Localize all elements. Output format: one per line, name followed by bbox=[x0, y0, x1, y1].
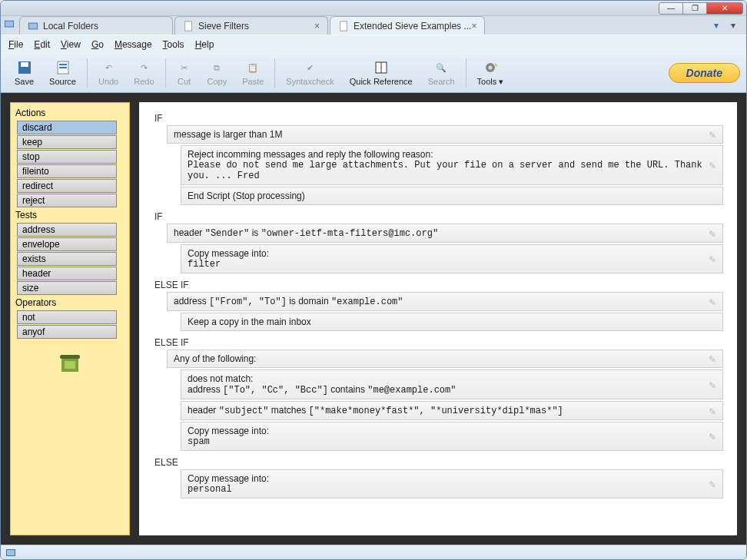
palette-reject[interactable]: reject bbox=[17, 194, 117, 207]
palette-keep[interactable]: keep bbox=[17, 135, 117, 149]
menu-file[interactable]: File bbox=[8, 39, 23, 50]
copy-icon: ⧉ bbox=[209, 60, 224, 75]
paste-button[interactable]: 📋 Paste bbox=[234, 55, 271, 91]
save-button[interactable]: Save bbox=[7, 55, 42, 91]
condition-row[interactable]: message is larger than 1M ✎ bbox=[167, 125, 723, 144]
actions-heading: Actions bbox=[14, 106, 126, 120]
palette-stop[interactable]: stop bbox=[17, 150, 117, 164]
status-icon bbox=[5, 548, 16, 558]
copy-button[interactable]: ⧉ Copy bbox=[200, 55, 235, 91]
window-close-button[interactable]: ✕ bbox=[706, 2, 743, 15]
redo-button[interactable]: ↷ Redo bbox=[126, 55, 161, 91]
cut-icon: ✂ bbox=[177, 60, 192, 75]
quick-reference-button[interactable]: Quick Reference bbox=[342, 55, 420, 91]
separator bbox=[87, 58, 88, 88]
edit-icon[interactable]: ✎ bbox=[709, 406, 718, 416]
search-icon: 🔍 bbox=[433, 60, 449, 75]
condition-row[interactable]: address ["From", "To"] is domain "exampl… bbox=[167, 292, 723, 311]
menu-help[interactable]: Help bbox=[195, 39, 214, 50]
save-icon bbox=[17, 60, 32, 75]
close-icon[interactable]: × bbox=[314, 21, 320, 31]
action-row[interactable]: Keep a copy in the main inbox bbox=[181, 313, 723, 331]
svg-rect-10 bbox=[59, 67, 67, 68]
palette-address[interactable]: address bbox=[17, 223, 117, 237]
palette-anyof[interactable]: anyof bbox=[17, 325, 117, 339]
menu-edit[interactable]: Edit bbox=[34, 39, 50, 50]
rule-editor[interactable]: IF message is larger than 1M ✎ Reject in… bbox=[139, 102, 737, 535]
tab-label: Local Folders bbox=[43, 21, 98, 31]
edit-icon[interactable]: ✎ bbox=[709, 229, 718, 238]
operators-heading: Operators bbox=[14, 296, 126, 310]
action-row[interactable]: Reject incomming messages and reply the … bbox=[181, 145, 723, 185]
tab-sieve-filters[interactable]: Sieve Filters × bbox=[174, 16, 328, 35]
tab-label: Extended Sieve Examples ... bbox=[354, 21, 471, 31]
palette-discard[interactable]: discard bbox=[17, 121, 117, 134]
palette-exists[interactable]: exists bbox=[17, 252, 117, 266]
menu-tools[interactable]: Tools bbox=[163, 39, 184, 50]
window-maximize-button[interactable]: ❐ bbox=[682, 2, 707, 15]
overflow-icon[interactable]: ▾ bbox=[714, 20, 719, 31]
palette-envelope[interactable]: envelope bbox=[17, 237, 117, 251]
svg-rect-20 bbox=[7, 550, 15, 555]
palette-fileinto[interactable]: fileinto bbox=[17, 164, 117, 178]
action-row[interactable]: End Script (Stop processing) bbox=[181, 187, 723, 205]
search-button[interactable]: 🔍 Search bbox=[420, 55, 463, 91]
gear-icon bbox=[483, 60, 498, 75]
menu-go[interactable]: Go bbox=[91, 39, 104, 50]
edit-icon[interactable]: ✎ bbox=[709, 354, 718, 363]
tabstrip: Local Folders Sieve Filters × Extended S… bbox=[1, 16, 746, 35]
cut-button[interactable]: ✂ Cut bbox=[169, 55, 200, 91]
edit-icon[interactable]: ✎ bbox=[709, 432, 718, 441]
edit-icon[interactable]: ✎ bbox=[709, 479, 718, 489]
action-row[interactable]: Copy message into: personal ✎ bbox=[181, 469, 723, 499]
menu-message[interactable]: Message bbox=[115, 39, 152, 50]
edit-icon[interactable]: ✎ bbox=[709, 130, 718, 139]
palette-size[interactable]: size bbox=[17, 281, 117, 295]
window-minimize-button[interactable]: — bbox=[659, 2, 683, 15]
edit-icon[interactable]: ✎ bbox=[709, 161, 718, 170]
edit-icon[interactable]: ✎ bbox=[709, 254, 718, 263]
svg-rect-7 bbox=[21, 62, 28, 67]
action-row[interactable]: Copy message into: spam ✎ bbox=[181, 422, 723, 451]
document-icon bbox=[183, 21, 194, 31]
paste-icon: 📋 bbox=[245, 60, 261, 75]
check-icon: ✔ bbox=[303, 60, 318, 75]
palette-not[interactable]: not bbox=[17, 310, 117, 324]
rule-block: ELSE IF address ["From", "To"] is domain… bbox=[153, 280, 723, 331]
trash-icon[interactable] bbox=[56, 351, 84, 376]
edit-icon[interactable]: ✎ bbox=[709, 380, 718, 389]
condition-row[interactable]: header "Sender" is "owner-ietf-mta-filte… bbox=[167, 224, 723, 243]
app-icon bbox=[4, 19, 15, 30]
palette-redirect[interactable]: redirect bbox=[17, 179, 117, 193]
menubar: File Edit View Go Message Tools Help bbox=[1, 35, 746, 53]
source-button[interactable]: Source bbox=[42, 55, 84, 91]
condition-row[interactable]: Any of the following: ✎ bbox=[167, 350, 723, 368]
rule-block: ELSE IF Any of the following: ✎ does not… bbox=[153, 337, 723, 451]
edit-icon[interactable]: ✎ bbox=[709, 297, 718, 307]
subtest-row[interactable]: header "subject" matches ["*make*money*f… bbox=[181, 401, 723, 420]
dropdown-icon[interactable]: ▾ bbox=[731, 20, 735, 31]
tests-heading: Tests bbox=[14, 208, 126, 222]
menu-view[interactable]: View bbox=[61, 39, 81, 50]
tab-local-folders[interactable]: Local Folders bbox=[19, 16, 173, 35]
close-icon[interactable]: × bbox=[471, 21, 476, 31]
folder-icon bbox=[28, 21, 38, 31]
svg-rect-4 bbox=[185, 21, 192, 30]
tab-extended-examples[interactable]: Extended Sieve Examples ... × bbox=[330, 16, 485, 35]
svg-rect-18 bbox=[65, 361, 75, 369]
condition-label: ELSE IF bbox=[153, 337, 723, 348]
toolbar: Save Source ↶ Undo ↷ Redo ✂ Cut ⧉ Copy 📋… bbox=[1, 53, 746, 93]
subtest-row[interactable]: does not match: address ["To", "Cc", "Bc… bbox=[181, 369, 723, 399]
syntaxcheck-button[interactable]: ✔ Syntaxcheck bbox=[278, 55, 341, 91]
donate-button[interactable]: Donate bbox=[669, 63, 740, 83]
statusbar bbox=[1, 545, 746, 560]
undo-button[interactable]: ↶ Undo bbox=[91, 55, 126, 91]
tab-label: Sieve Filters bbox=[198, 21, 249, 31]
rule-block: ELSE Copy message into: personal ✎ bbox=[153, 457, 723, 499]
palette-header[interactable]: header bbox=[17, 267, 117, 280]
action-row[interactable]: Copy message into: filter ✎ bbox=[181, 244, 723, 273]
rule-block: IF header "Sender" is "owner-ietf-mta-fi… bbox=[153, 211, 723, 273]
svg-point-14 bbox=[488, 65, 492, 69]
tools-dropdown[interactable]: Tools ▾ bbox=[470, 55, 512, 91]
palette-sidebar: Actions discard keep stop fileinto redir… bbox=[10, 102, 130, 535]
